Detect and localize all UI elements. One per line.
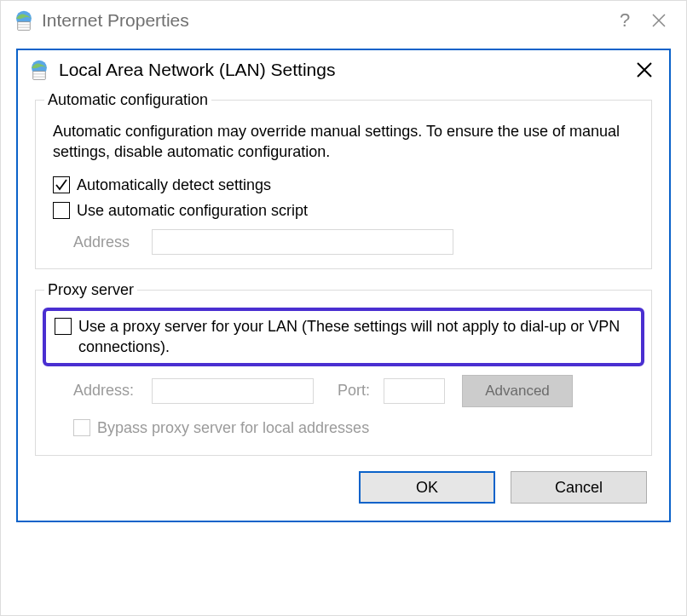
inner-close-button[interactable] <box>632 61 657 78</box>
ok-button[interactable]: OK <box>359 471 495 504</box>
proxy-address-row: Address: Port: Advanced <box>73 375 639 407</box>
highlight-annotation: Use a proxy server for your LAN (These s… <box>43 308 644 366</box>
globe-icon <box>13 9 35 32</box>
proxy-address-input <box>152 378 314 404</box>
use-script-label: Use automatic configuration script <box>77 200 308 221</box>
use-proxy-label: Use a proxy server for your LAN (These s… <box>78 316 634 358</box>
proxy-port-label: Port: <box>338 382 384 400</box>
svg-rect-1 <box>18 22 31 31</box>
help-icon[interactable]: ? <box>608 9 642 32</box>
auto-detect-checkbox-row[interactable]: Automatically detect settings <box>53 175 639 195</box>
bypass-local-checkbox-row: Bypass proxy server for local addresses <box>73 417 639 438</box>
autoconf-description: Automatic configuration may override man… <box>53 121 639 163</box>
internet-properties-window: Internet Properties ? Local Area Network… <box>0 0 687 616</box>
lan-settings-dialog: Local Area Network (LAN) Settings Automa… <box>16 49 671 522</box>
inner-title: Local Area Network (LAN) Settings <box>59 60 335 80</box>
outer-close-button[interactable] <box>642 13 676 28</box>
proxy-address-label: Address: <box>73 382 152 400</box>
outer-titlebar: Internet Properties ? <box>1 1 686 37</box>
inner-titlebar: Local Area Network (LAN) Settings <box>18 50 669 88</box>
svg-rect-5 <box>33 72 46 80</box>
auto-detect-label: Automatically detect settings <box>77 175 271 195</box>
bypass-local-label: Bypass proxy server for local addresses <box>97 417 369 438</box>
checkbox-unchecked-icon <box>55 318 72 335</box>
automatic-configuration-group: Automatic configuration Automatic config… <box>35 91 652 269</box>
proxy-port-input <box>384 378 445 404</box>
cancel-button[interactable]: Cancel <box>511 471 647 504</box>
outer-title: Internet Properties <box>42 10 189 31</box>
script-address-row: Address <box>73 229 639 255</box>
dialog-button-row: OK Cancel <box>35 468 652 507</box>
automatic-configuration-legend: Automatic configuration <box>44 91 211 109</box>
use-script-checkbox-row[interactable]: Use automatic configuration script <box>53 200 639 221</box>
globe-icon <box>28 59 50 81</box>
script-address-label: Address <box>73 233 152 251</box>
script-address-input <box>152 229 453 255</box>
use-proxy-checkbox-row[interactable]: Use a proxy server for your LAN (These s… <box>55 316 634 358</box>
checkbox-disabled-icon <box>73 419 90 436</box>
advanced-button: Advanced <box>462 375 573 407</box>
proxy-server-group: Proxy server Use a proxy server for your… <box>35 281 652 456</box>
checkbox-checked-icon <box>53 176 70 193</box>
checkbox-unchecked-icon <box>53 202 70 219</box>
proxy-server-legend: Proxy server <box>44 281 137 299</box>
